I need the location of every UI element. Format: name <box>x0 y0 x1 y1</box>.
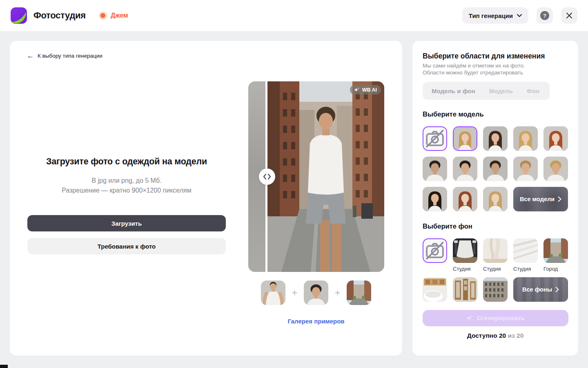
background-none-tile[interactable] <box>423 238 447 263</box>
page-title: Фотостудия <box>33 10 86 21</box>
model-grid: Все модели <box>423 126 568 211</box>
model-tile-12[interactable] <box>483 187 508 211</box>
before-after-compare: WB AI <box>248 81 384 272</box>
background-tile-vintage[interactable] <box>453 277 477 302</box>
settings-panel: Выберите области для изменения Мы сами н… <box>412 41 578 356</box>
upload-panel: ← К выбору типа генерации Загрузите фото… <box>10 41 402 356</box>
background-tile-city[interactable] <box>543 238 568 263</box>
sparkles-icon <box>466 315 473 322</box>
background-grid-row1: СтудияСтудияСтудияГород <box>423 238 568 272</box>
background-tile-facade[interactable] <box>483 277 508 302</box>
model-tile-11[interactable] <box>453 187 477 211</box>
background-label: Студия <box>483 266 508 272</box>
all-models-button[interactable]: Все модели <box>513 187 568 211</box>
plus-icon: + <box>328 287 347 298</box>
chevron-right-icon <box>555 287 559 292</box>
background-tile-wall[interactable] <box>513 238 538 263</box>
wb-ai-badge: WB AI <box>350 85 381 94</box>
background-cell-4: Город <box>543 238 568 272</box>
close-button[interactable] <box>561 7 577 24</box>
background-photo-thumbnail <box>347 280 371 305</box>
segment-option-1[interactable]: Модель и фон <box>432 88 475 94</box>
background-tile-bath[interactable] <box>423 277 447 302</box>
clothing-photo-thumbnail <box>261 280 285 305</box>
examples-gallery-link[interactable]: Галерея примеров <box>261 318 371 325</box>
model-tile-6[interactable] <box>453 157 477 181</box>
photo-studio-app: Фотостудия Джем Тип генерации ? ← К выбо… <box>0 0 588 368</box>
areas-hint: Мы сами найдём и отметим их на фото. Обл… <box>423 63 525 76</box>
generation-type-dropdown[interactable]: Тип генерации <box>462 7 528 24</box>
all-backgrounds-button[interactable]: Все фоны <box>513 277 568 302</box>
background-cell-1: Студия <box>453 238 477 272</box>
model-tile-8[interactable] <box>513 157 538 181</box>
credits-counter: Доступно 20 из 20 <box>412 332 578 339</box>
backgrounds-heading: Выберите фон <box>423 222 472 230</box>
model-tile-3[interactable] <box>513 126 538 151</box>
slider-chevrons-icon <box>263 173 271 180</box>
upload-button[interactable]: Загрузить <box>27 215 226 231</box>
chevron-down-icon <box>517 14 522 17</box>
screen-corner-artifact <box>0 365 8 368</box>
background-tile-studio[interactable] <box>453 238 477 263</box>
model-photo-thumbnail <box>304 280 328 305</box>
question-icon: ? <box>540 11 549 20</box>
upload-hint: В jpg или png, до 5 Мб. Разрешение — кра… <box>27 176 226 195</box>
chevron-right-icon <box>558 196 561 202</box>
background-cell-0 <box>423 238 447 272</box>
app-logo-icon <box>11 7 27 24</box>
model-tile-9[interactable] <box>543 157 568 181</box>
upload-heading: Загрузите фото с одеждой на модели <box>27 157 226 167</box>
model-tile-1[interactable] <box>453 126 477 151</box>
sparkles-icon <box>354 87 360 93</box>
background-tile-fabric[interactable] <box>483 238 508 263</box>
jam-dot-icon <box>99 11 107 20</box>
model-tile-2[interactable] <box>483 126 508 151</box>
model-none-tile[interactable] <box>423 126 447 151</box>
background-label: Студия <box>453 266 477 272</box>
model-tile-5[interactable] <box>423 157 447 181</box>
background-grid-row2: Все фоны <box>423 277 568 302</box>
model-tile-7[interactable] <box>483 157 508 181</box>
segment-option-2[interactable]: Модель <box>489 88 513 94</box>
models-heading: Выберите модель <box>423 110 484 118</box>
background-cell-2: Студия <box>483 238 508 272</box>
arrow-left-icon: ← <box>27 52 34 59</box>
photo-requirements-button[interactable]: Требования к фото <box>27 238 226 254</box>
jam-badge: Джем <box>99 11 128 20</box>
segmented-control: Модель и фонМодельФон <box>423 82 550 100</box>
generate-button[interactable]: Сгенерировать <box>423 310 568 326</box>
compare-after-image <box>267 81 384 272</box>
model-tile-10[interactable] <box>423 187 447 211</box>
back-to-generation-type-link[interactable]: ← К выбору типа генерации <box>27 52 102 59</box>
background-label: Город <box>543 266 568 272</box>
areas-heading: Выберите области для изменения <box>423 52 545 61</box>
recipe-thumbnails: + + <box>261 280 371 305</box>
background-label: Студия <box>513 266 538 272</box>
model-tile-4[interactable] <box>543 126 568 151</box>
segment-option-3[interactable]: Фон <box>527 88 539 94</box>
compare-slider-handle[interactable] <box>259 168 275 185</box>
plus-icon: + <box>285 287 304 298</box>
background-cell-3: Студия <box>513 238 538 272</box>
close-icon <box>566 12 572 19</box>
help-button[interactable]: ? <box>537 7 553 24</box>
header-actions: Тип генерации ? <box>462 7 577 24</box>
app-header: Фотостудия Джем Тип генерации ? <box>0 0 588 31</box>
